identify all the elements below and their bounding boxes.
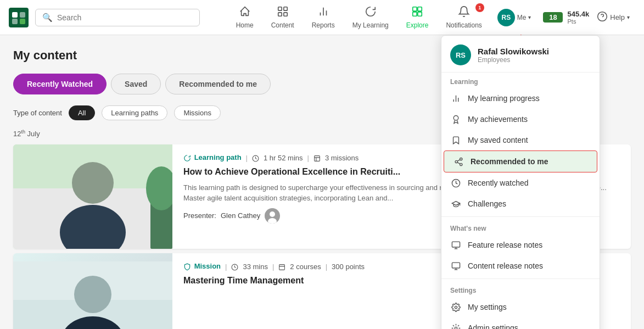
dropdown-user: RS Rafal Slowikowski Employees [441,36,600,73]
points-count: 545.4k Pts [567,10,589,25]
nav-explore[interactable]: Explore [399,2,436,32]
presenter-name: Glen Cathey [221,211,260,220]
nav-notifications-label: Notifications [446,21,481,29]
menu-item-label: Challenges [468,199,506,208]
share-icon [453,156,464,167]
svg-rect-11 [413,12,417,16]
menu-recently-watched[interactable]: Recently watched [441,172,600,193]
section-whatsnew-label: What's new [441,219,600,235]
bar-chart-icon [450,93,461,104]
nav-reports[interactable]: Reports [304,2,343,32]
menu-content-release-notes[interactable]: Content release notes [441,255,600,276]
achievements-icon [450,114,461,125]
svg-point-41 [455,160,457,163]
svg-rect-5 [278,7,281,10]
settings-icon [450,302,461,313]
menu-item-label: My learning progress [468,94,540,103]
menu-feature-release-notes[interactable]: Feature release notes [441,235,600,255]
card-duration-icon [231,263,238,271]
nav-reports-label: Reports [312,21,335,29]
card-type: Mission [183,262,221,271]
svg-rect-10 [418,7,422,11]
filter-missions[interactable]: Missions [174,105,221,120]
svg-rect-6 [283,7,287,10]
menu-item-label: Content release notes [468,261,543,270]
points-unit: Pts [567,18,576,25]
logo[interactable] [9,8,29,27]
card-courses-icon [278,263,285,271]
menu-recommended-to-me[interactable]: Recommended to me [444,150,597,172]
filter-learning-paths[interactable]: Learning paths [102,105,167,120]
svg-point-17 [72,162,114,204]
divider [441,216,600,217]
mylearning-icon [365,5,377,20]
nav-content[interactable]: Content [264,2,302,32]
points-count-value: 545.4k [567,10,589,18]
bookmark-icon [450,135,461,146]
menu-my-learning-progress[interactable]: My learning progress [441,88,600,109]
reports-icon [317,5,329,20]
explore-icon [411,5,423,20]
menu-my-saved-content[interactable]: My saved content [441,130,600,150]
card-points: 300 points [332,263,365,271]
menu-my-settings[interactable]: My settings [441,297,600,317]
nav-notifications[interactable]: 1 Notifications [438,2,489,32]
card-duration: 33 mins [243,263,268,271]
menu-item-label: Feature release notes [468,241,542,249]
notifications-badge: 1 [475,3,484,12]
tab-saved[interactable]: Saved [111,74,161,94]
menu-item-label: My achievements [468,115,528,124]
help-label: Help [610,13,625,21]
menu-admin-settings[interactable]: Admin settings [441,317,600,329]
nav-home-label: Home [236,21,254,29]
svg-rect-1 [12,12,18,18]
tab-recommended[interactable]: Recommended to me [165,74,271,94]
svg-point-26 [270,211,275,217]
card-missions-icon [313,154,321,162]
menu-my-achievements[interactable]: My achievements [441,109,600,130]
card-thumbnail [13,144,172,249]
search-icon: 🔍 [42,13,53,23]
menu-item-label: Recently watched [468,179,529,187]
user-role: Employees [478,56,549,64]
content-release-icon [450,260,461,271]
chevron-down-icon: ▾ [528,14,531,20]
clock-icon [450,177,461,188]
nav-mylearning-label: My Learning [352,21,389,29]
section-learning-label: Learning [441,73,600,88]
menu-item-label: Admin settings [468,324,518,329]
content-icon [277,5,289,20]
user-name: Rafal Slowikowski [478,47,549,56]
tab-recently-watched[interactable]: Recently Watched [13,74,107,94]
points-number: 18 [549,13,557,22]
svg-rect-22 [315,155,320,161]
dropdown-user-info: Rafal Slowikowski Employees [478,47,549,64]
search-bar[interactable]: 🔍 [35,9,200,26]
svg-line-44 [457,159,460,161]
filter-all[interactable]: All [69,105,95,120]
nav-help[interactable]: Help ▾ [591,9,635,26]
main-header: 🔍 Home Content Reports My Learnin [0,0,644,35]
dropdown-menu: RS Rafal Slowikowski Employees Learning … [441,35,600,329]
svg-rect-3 [12,19,18,24]
divider [441,278,600,279]
challenges-icon [450,198,461,209]
svg-point-42 [460,163,462,165]
nav-explore-label: Explore [406,21,429,29]
nav-home[interactable]: Home [228,2,261,32]
main-area: My content Recently Watched Saved Recomm… [0,35,644,329]
svg-point-39 [453,115,458,120]
filter-label: Type of content [13,109,62,117]
nav-content-label: Content [271,21,294,29]
svg-rect-46 [452,242,460,247]
menu-challenges[interactable]: Challenges [441,193,600,214]
card-courses: 2 courses [290,263,321,271]
menu-item-label: Recommended to me [471,157,548,166]
search-input[interactable] [57,13,193,22]
nav-mylearning[interactable]: My Learning [345,2,396,32]
nav-me[interactable]: RS Me ▾ [492,7,537,29]
card-duration-icon [252,154,259,162]
svg-point-30 [74,276,111,313]
help-chevron-icon: ▾ [627,14,630,20]
svg-line-43 [457,162,460,164]
